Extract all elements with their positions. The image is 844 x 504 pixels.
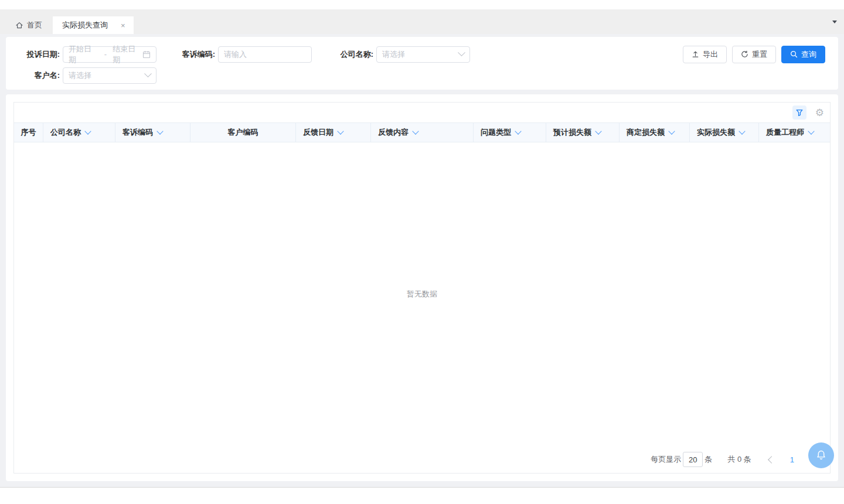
- th-feedback-content-label: 反馈内容: [378, 127, 409, 138]
- th-estimated-loss-label: 预计损失额: [553, 127, 591, 138]
- tab-active-label: 实际损失查询: [62, 20, 108, 30]
- th-company-name-label: 公司名称: [50, 127, 81, 138]
- sort-chevron-icon: [738, 128, 745, 134]
- complaint-date-label: 投诉日期:: [23, 49, 60, 60]
- complaint-code-label: 客诉编码:: [179, 49, 215, 60]
- search-button-label: 查询: [801, 49, 816, 60]
- th-actual-loss[interactable]: 实际损失额: [690, 123, 759, 142]
- table-toolbar: ⚙: [14, 103, 830, 122]
- table-body-empty: 暂无数据: [14, 142, 830, 446]
- current-page-number[interactable]: 1: [790, 455, 794, 464]
- calendar-icon: [142, 50, 151, 59]
- th-quality-engineer[interactable]: 质量工程师: [759, 123, 830, 142]
- per-page-input[interactable]: [683, 452, 703, 467]
- main-panel: ⚙ 序号 公司名称 客诉编码 客户编码: [6, 94, 838, 481]
- app-window: 首页 实际损失查询 × 投诉日期: 开始日期 - 结束日期: [0, 0, 844, 504]
- filter-row-1: 投诉日期: 开始日期 - 结束日期 客诉编码:: [23, 46, 825, 63]
- sort-chevron-icon: [515, 128, 521, 134]
- sort-chevron-icon: [668, 128, 675, 134]
- th-problem-type[interactable]: 问题类型: [474, 123, 546, 142]
- per-page-unit: 条: [705, 454, 712, 465]
- sort-chevron-icon: [156, 128, 163, 134]
- th-seq: 序号: [14, 123, 43, 142]
- tab-home-label: 首页: [27, 20, 42, 30]
- empty-state-text: 暂无数据: [407, 289, 437, 299]
- th-feedback-date[interactable]: 反馈日期: [296, 123, 371, 142]
- date-start-placeholder: 开始日期: [69, 44, 98, 65]
- company-name-label: 公司名称:: [337, 49, 373, 60]
- th-feedback-date-label: 反馈日期: [303, 127, 333, 138]
- th-feedback-content[interactable]: 反馈内容: [371, 123, 474, 142]
- sort-chevron-icon: [808, 128, 814, 134]
- th-problem-type-label: 问题类型: [481, 127, 511, 138]
- th-actual-loss-label: 实际损失额: [697, 127, 735, 138]
- total-count-label: 共 0 条: [727, 454, 751, 465]
- search-icon: [790, 50, 798, 58]
- reset-button[interactable]: 重置: [732, 46, 776, 63]
- th-customer-code-label: 客户编码: [228, 127, 258, 138]
- sort-chevron-icon: [595, 128, 601, 134]
- th-seq-label: 序号: [21, 127, 36, 138]
- chevron-left-icon[interactable]: [768, 456, 775, 464]
- chevron-down-icon: [458, 49, 465, 56]
- export-button[interactable]: 导出: [683, 46, 727, 63]
- th-complaint-code[interactable]: 客诉编码: [115, 123, 190, 142]
- gear-icon[interactable]: ⚙: [815, 108, 824, 118]
- funnel-icon[interactable]: [792, 105, 806, 120]
- chevron-down-icon: [144, 70, 152, 77]
- th-company-name[interactable]: 公司名称: [43, 123, 115, 142]
- tab-bar: 首页 实际损失查询 ×: [0, 9, 844, 34]
- th-complaint-code-label: 客诉编码: [122, 127, 153, 138]
- date-end-placeholder: 结束日期: [113, 44, 142, 65]
- th-quality-engineer-label: 质量工程师: [766, 127, 804, 138]
- sort-chevron-icon: [412, 128, 418, 134]
- th-customer-code: 客户编码: [190, 123, 296, 142]
- customer-select-placeholder: 请选择: [69, 70, 91, 81]
- bell-icon: [815, 449, 828, 462]
- reset-button-label: 重置: [752, 49, 767, 60]
- refresh-icon: [741, 50, 748, 58]
- table-container: ⚙ 序号 公司名称 客诉编码 客户编码: [13, 102, 831, 474]
- customer-name-select[interactable]: 请选择: [63, 67, 156, 84]
- upload-icon: [692, 50, 699, 58]
- notification-fab[interactable]: [808, 442, 834, 468]
- tab-home[interactable]: 首页: [6, 16, 53, 34]
- date-separator: -: [104, 50, 107, 59]
- table-header-row: 序号 公司名称 客诉编码 客户编码 反馈日期: [14, 122, 830, 142]
- close-icon[interactable]: ×: [121, 22, 125, 29]
- pagination: 每页显示 条 共 0 条 1: [14, 446, 830, 473]
- company-select-placeholder: 请选择: [382, 49, 405, 60]
- customer-name-label: 客户名:: [23, 70, 60, 81]
- search-button[interactable]: 查询: [781, 46, 825, 63]
- complaint-date-range-picker[interactable]: 开始日期 - 结束日期: [63, 46, 156, 63]
- th-estimated-loss[interactable]: 预计损失额: [546, 123, 620, 142]
- complaint-code-input[interactable]: [218, 46, 312, 63]
- sort-chevron-icon: [337, 128, 343, 134]
- filter-actions: 导出 重置: [683, 46, 825, 63]
- company-name-select[interactable]: 请选择: [376, 46, 470, 63]
- sort-chevron-icon: [84, 128, 91, 134]
- caret-down-icon[interactable]: [832, 21, 837, 23]
- th-agreed-loss-label: 商定损失额: [627, 127, 665, 138]
- export-button-label: 导出: [703, 49, 718, 60]
- th-agreed-loss[interactable]: 商定损失额: [620, 123, 690, 142]
- per-page-label: 每页显示: [651, 454, 681, 465]
- home-icon: [15, 21, 23, 29]
- filter-panel: 投诉日期: 开始日期 - 结束日期 客诉编码:: [6, 37, 838, 90]
- page-background: 首页 实际损失查询 × 投诉日期: 开始日期 - 结束日期: [0, 9, 844, 488]
- filter-row-2: 客户名: 请选择: [23, 67, 825, 84]
- tab-actual-loss-query[interactable]: 实际损失查询 ×: [53, 16, 134, 34]
